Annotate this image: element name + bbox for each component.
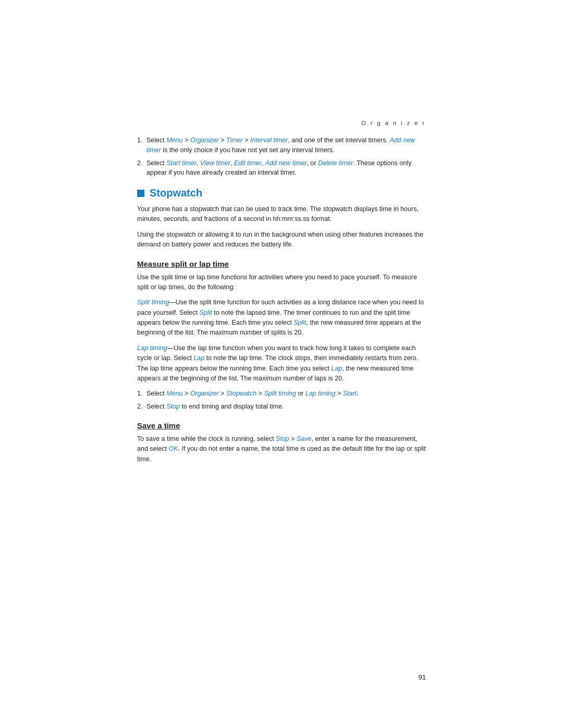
step1-after2: is the only choice if you have not yet s… <box>161 146 335 154</box>
stopwatch-step-1: Select Menu > Organizer > Stopwatch > Sp… <box>137 389 426 399</box>
save-text-3: . If you do not enter a name, the total … <box>137 445 426 462</box>
sep6: , <box>262 159 265 167</box>
lap-timing-para: Lap timing—Use the lap time function whe… <box>137 343 426 384</box>
measure-heading: Measure split or lap time <box>137 260 426 268</box>
edit-timer-link[interactable]: Edit timer <box>234 159 262 167</box>
save-para: To save a time while the clock is runnin… <box>137 434 426 464</box>
menu-link-sw[interactable]: Menu <box>166 390 182 397</box>
sw-sep1: > <box>183 390 190 397</box>
sep5: , <box>230 159 234 167</box>
start-link[interactable]: Start <box>343 390 357 397</box>
sw-sep5: > <box>335 390 342 397</box>
blue-square-icon <box>137 190 144 197</box>
content-area: Select Menu > Organizer > Timer > Interv… <box>137 135 426 470</box>
organizer-link-sw[interactable]: Organizer <box>190 390 219 397</box>
stopwatch-steps: Select Menu > Organizer > Stopwatch > Sp… <box>137 389 426 412</box>
save-link[interactable]: Save <box>297 435 312 442</box>
ok-link[interactable]: OK <box>168 445 178 452</box>
split-timing-label[interactable]: Split timing <box>137 299 169 306</box>
stopwatch-para1: Your phone has a stopwatch that can be u… <box>137 204 426 225</box>
step1-text-before: Select <box>146 137 166 144</box>
save-heading: Save a time <box>137 421 426 430</box>
sw-sep3: > <box>256 390 264 397</box>
stopwatch-section-heading: Stopwatch <box>137 187 426 199</box>
sep7: , or <box>307 159 319 167</box>
split-timing-link[interactable]: Split timing <box>264 390 296 397</box>
page-number: 91 <box>419 673 426 681</box>
chapter-header: O r g a n i z e r <box>361 120 426 126</box>
sep3: > <box>243 137 250 144</box>
sw-step2-before: Select <box>146 403 166 410</box>
list-item-1: Select Menu > Organizer > Timer > Interv… <box>137 135 426 155</box>
menu-link-1[interactable]: Menu <box>166 137 182 144</box>
sep1: > <box>183 137 190 144</box>
timer-link[interactable]: Timer <box>226 137 243 144</box>
page: O r g a n i z e r Select Menu > Organize… <box>0 0 563 728</box>
view-timer-link[interactable]: View timer <box>200 159 230 167</box>
stopwatch-para2: Using the stopwatch or allowing it to ru… <box>137 230 426 250</box>
lap-link-2[interactable]: Lap <box>331 365 342 372</box>
sep4: , <box>197 159 200 167</box>
interval-timer-link[interactable]: Interval timer <box>250 137 288 144</box>
sw-step1-after: . <box>357 390 358 397</box>
stopwatch-title: Stopwatch <box>150 187 202 199</box>
stopwatch-step-2: Select Stop to end timing and display to… <box>137 402 426 412</box>
start-timer-link[interactable]: Start timer <box>166 159 197 167</box>
save-sep1: > <box>289 435 297 442</box>
organizer-link-1[interactable]: Organizer <box>190 137 219 144</box>
lap-timing-link[interactable]: Lap timing <box>305 390 336 397</box>
lap-link-1[interactable]: Lap <box>193 354 204 362</box>
add-new-timer-link-2[interactable]: Add new timer <box>265 159 307 167</box>
list-item-2: Select Start timer, View timer, Edit tim… <box>137 158 426 178</box>
intro-list: Select Menu > Organizer > Timer > Interv… <box>137 135 426 178</box>
sw-sep2: > <box>219 390 226 397</box>
step2-text-before: Select <box>146 159 166 167</box>
split-link-1[interactable]: Split <box>200 309 212 316</box>
split-timing-para: Split timing—Use the split time function… <box>137 298 426 338</box>
measure-para1: Use the split time or lap time functions… <box>137 273 426 293</box>
stop-link-save[interactable]: Stop <box>276 435 289 442</box>
save-text-1: To save a time while the clock is runnin… <box>137 435 276 442</box>
lap-timing-label[interactable]: Lap timing <box>137 344 167 352</box>
sw-sep4: or <box>296 390 305 397</box>
split-link-2[interactable]: Split <box>293 319 306 326</box>
step1-after: , and one of the set interval timers. <box>288 137 389 144</box>
sep2: > <box>219 137 226 144</box>
delete-timer-link[interactable]: Delete timer <box>318 159 353 167</box>
stopwatch-link[interactable]: Stopwatch <box>226 390 256 397</box>
sw-step1-before: Select <box>146 390 166 397</box>
stop-link-1[interactable]: Stop <box>166 403 180 410</box>
sw-step2-after: to end timing and display total time. <box>180 403 284 410</box>
